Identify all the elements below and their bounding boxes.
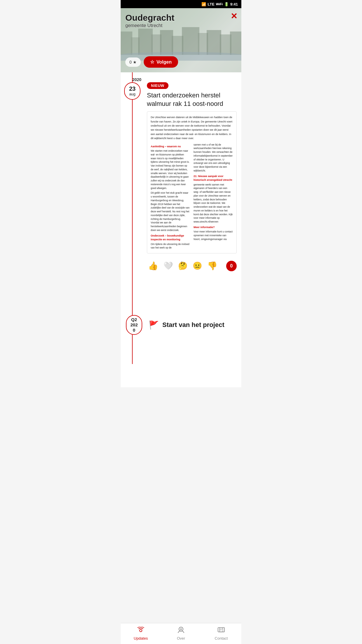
star-outline-icon: ☆	[150, 59, 154, 65]
timeline-entry: 23 aug NIEUW Start onderzoeken herstel w…	[121, 82, 241, 280]
wifi-icon: WiFi	[216, 2, 223, 6]
time-label: 9:41	[230, 2, 238, 6]
timeline-content: NIEUW Start onderzoeken herstel walmuur …	[144, 82, 241, 280]
location-subtitle: gemeente Utrecht	[125, 23, 174, 28]
reaction-count: 0	[226, 261, 237, 271]
stars-button[interactable]: 0 ★	[125, 57, 141, 67]
heart-button[interactable]: 🤍	[162, 260, 174, 272]
volgen-button[interactable]: ☆ Volgen	[144, 56, 178, 68]
doc-col2-text-2: gemeente werkt samen met eigenaren of he…	[194, 183, 233, 224]
doc-col2-text-1: samen met u of we bij de werkzaamheden h…	[194, 143, 233, 173]
month-label: aug	[129, 92, 136, 97]
lte-label: LTE	[208, 2, 215, 6]
doc-col-1: Aanleiding – waarom nu We starten met on…	[151, 143, 190, 250]
doc-text-3: Om tijdens de uitvoering de invloed van …	[151, 242, 190, 250]
date-node: 23 aug	[124, 82, 140, 100]
timeline-spacer	[121, 280, 241, 298]
location-title: Oudegracht	[125, 13, 174, 22]
doc-more-info-text: Voor meer informatie kunt u contact opne…	[194, 230, 233, 241]
stars-count: 0	[129, 60, 132, 64]
hero-title-block: Oudegracht gemeente Utrecht	[125, 13, 174, 28]
doc-section-title-2: Onderzoek – bouwkundige inspectie en mon…	[151, 234, 190, 242]
timeline-left: 23 aug	[121, 82, 144, 100]
project-start: 🚩 Start van het project	[149, 320, 224, 330]
year-row: 2020	[121, 72, 241, 82]
confused-button[interactable]: 🤔	[177, 260, 189, 272]
doc-more-info-title: Meer informatie?	[194, 225, 233, 230]
q2-label: Q22020	[130, 317, 138, 333]
doc-text-2: Dit geldt voor het stuk gracht waar u wo…	[151, 191, 190, 232]
doc-col-2: samen met u of we bij de werkzaamheden h…	[194, 143, 233, 250]
doc-section-title-1: Aanleiding – waarom nu	[151, 145, 190, 149]
neutral-button[interactable]: 😐	[191, 260, 203, 272]
project-start-label: Start van het project	[162, 321, 224, 329]
hero-image: Oudegracht gemeente Utrecht ✕ 0 ★ ☆ Volg…	[121, 8, 241, 72]
milestone-row: Q22020 🚩 Start van het project	[121, 309, 241, 341]
star-icon: ★	[133, 60, 137, 64]
flag-icon: 🚩	[149, 320, 159, 330]
timeline: 2020 23 aug NIEUW Start onderzoeken hers…	[121, 72, 241, 364]
main-content: 2020 23 aug NIEUW Start onderzoeken hers…	[121, 72, 241, 387]
close-button[interactable]: ✕	[231, 12, 237, 20]
new-badge: NIEUW	[147, 82, 168, 89]
update-title: Start onderzoeken herstel walmuur rak 11…	[147, 91, 237, 108]
doc-header-text: De Utrechtse werven dateren uit de Midde…	[151, 115, 233, 140]
doc-columns: Aanleiding – waarom nu We starten met on…	[151, 143, 233, 250]
status-bar: 📶 LTE WiFi 🔋 9:41	[121, 0, 241, 8]
document-preview[interactable]: De Utrechtse werven dateren uit de Midde…	[147, 111, 237, 253]
year-label: 2020	[126, 77, 141, 82]
content-bottom-spacer	[121, 341, 241, 364]
day-label: 23	[129, 85, 136, 92]
thumbsdown-button[interactable]: 👎	[206, 260, 219, 272]
thumbsup-button[interactable]: 👍	[147, 260, 159, 272]
q2-year: 2020	[130, 322, 138, 332]
reaction-bar: 👍 🤍 🤔 😐 👎 0	[147, 258, 237, 274]
doc-red-link: 21: Nieuwe aanpak voor historisch erveng…	[194, 174, 233, 182]
signal-icon: 📶	[201, 2, 206, 6]
hero-actions: 0 ★ ☆ Volgen	[125, 56, 178, 68]
volgen-label: Volgen	[157, 60, 172, 65]
battery-icon: 🔋	[224, 2, 229, 6]
doc-text-1: We starten met onderzoeken naar wal- en …	[151, 149, 190, 190]
q2-node: Q22020	[126, 315, 142, 335]
